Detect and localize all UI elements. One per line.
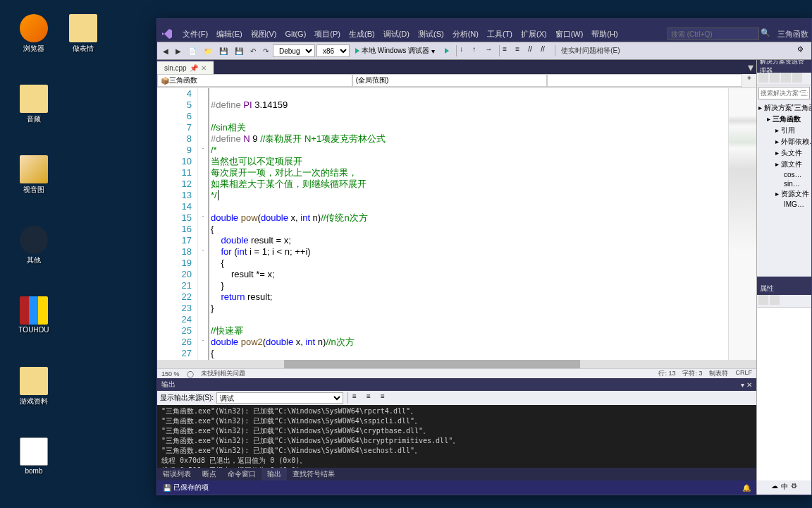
desktop-icon[interactable]: 做表情 xyxy=(62,14,104,54)
tree-node[interactable]: ▸ 解决方案"三角函数… xyxy=(758,102,810,114)
fold-column[interactable]: ---- xyxy=(198,88,208,360)
output-tab[interactable]: 查找符号结果 xyxy=(287,468,340,480)
output-tab[interactable]: 命令窗口 xyxy=(222,468,262,480)
tool-icon[interactable]: ⚙ xyxy=(797,45,808,56)
home-icon[interactable] xyxy=(758,73,768,83)
save-icon[interactable]: 💾 xyxy=(216,46,230,56)
zoom-level[interactable]: 150 % xyxy=(161,370,180,377)
tree-node[interactable]: ▸ 源文件 xyxy=(758,159,810,170)
clear-icon[interactable]: ≡ xyxy=(352,392,364,404)
fold-toggle[interactable]: - xyxy=(198,337,208,348)
ime-icon[interactable]: 中 xyxy=(781,482,788,493)
desktop-icon[interactable]: TOUHOU xyxy=(13,296,55,334)
step-icon[interactable]: ↓ xyxy=(460,45,471,56)
tree-node[interactable]: ▸ 引用 xyxy=(758,125,810,136)
desktop-icon[interactable]: 游戏资料 xyxy=(13,367,55,406)
menu-item[interactable]: 扩展(X) xyxy=(517,28,551,40)
collapse-icon[interactable] xyxy=(792,73,802,83)
menu-item[interactable]: 编辑(E) xyxy=(212,28,247,40)
indent-mode[interactable]: 制表符 xyxy=(709,369,728,378)
fold-toggle[interactable]: - xyxy=(198,212,208,224)
open-icon[interactable]: 📁 xyxy=(201,46,215,56)
file-tab[interactable]: sin.cpp 📌 ✕ xyxy=(157,61,214,74)
menu-item[interactable]: 帮助(H) xyxy=(587,28,622,40)
member-combo[interactable] xyxy=(547,74,742,87)
fold-toggle[interactable]: - xyxy=(198,246,208,258)
tab-dropdown-icon[interactable]: ▾ xyxy=(745,61,756,74)
tree-node[interactable]: ▸ 头文件 xyxy=(758,147,810,159)
tree-node[interactable]: ▸ 外部依赖… xyxy=(758,136,810,147)
ime-icon[interactable]: ⚙ xyxy=(791,482,797,493)
menu-item[interactable]: 窗口(W) xyxy=(551,28,588,40)
uncomment-icon[interactable]: // xyxy=(541,45,552,56)
fold-toggle[interactable]: - xyxy=(198,145,208,156)
titlebar[interactable] xyxy=(157,19,811,26)
minimap[interactable] xyxy=(728,88,756,360)
back-icon[interactable]: ◀ xyxy=(160,46,171,56)
solution-tree[interactable]: ▸ 解决方案"三角函数…▸ 三角函数▸ 引用▸ 外部依赖…▸ 头文件▸ 源文件c… xyxy=(757,101,811,277)
notification-icon[interactable]: 🔔 xyxy=(742,484,751,492)
platform-combo[interactable]: x86 xyxy=(316,44,350,57)
scope-combo[interactable]: 📦 三角函数 xyxy=(157,74,352,87)
output-tab[interactable]: 断点 xyxy=(197,468,222,480)
tree-node[interactable]: ▸ 三角函数 xyxy=(758,114,810,125)
goto-icon[interactable]: ≡ xyxy=(381,392,392,404)
tree-node[interactable]: IMG… xyxy=(758,200,810,209)
menu-item[interactable]: 文件(F) xyxy=(178,28,212,40)
code-content[interactable]: #define PI 3.14159//sin相关#define N 9 //泰… xyxy=(208,88,728,360)
desktop-icon[interactable]: bomb xyxy=(13,437,55,475)
desktop-icon[interactable]: 浏览器 xyxy=(13,14,55,54)
solution-explorer-tab[interactable]: 解决方案资源管理器 xyxy=(757,277,811,282)
alpha-icon[interactable] xyxy=(770,295,780,305)
menu-item[interactable]: 测试(S) xyxy=(414,28,448,40)
menu-item[interactable]: 视图(V) xyxy=(247,28,281,40)
folder-icon xyxy=(20,437,48,466)
tree-node[interactable]: sin… xyxy=(758,179,810,188)
desktop-icon[interactable]: 其他 xyxy=(13,226,55,265)
refresh-icon[interactable] xyxy=(781,73,791,83)
line-ending[interactable]: CRLF xyxy=(735,369,752,378)
horizontal-scrollbar[interactable] xyxy=(157,360,756,368)
menu-item[interactable]: 工具(T) xyxy=(483,28,517,40)
tree-node[interactable]: cos… xyxy=(758,170,810,179)
split-icon[interactable]: + xyxy=(742,74,756,87)
desktop-icon[interactable]: 音频 xyxy=(13,85,55,124)
live-share-button[interactable]: 使实时问题相等(E) xyxy=(558,44,622,57)
step-icon[interactable]: → xyxy=(485,45,496,56)
run-button[interactable]: 本地 Windows 调试器▾ xyxy=(351,44,439,57)
issues-icon[interactable]: ◯ xyxy=(187,370,194,377)
solution-search-input[interactable] xyxy=(758,87,810,99)
outdent-icon[interactable]: ≡ xyxy=(515,45,527,56)
ime-icon[interactable]: ☁ xyxy=(771,482,778,493)
sync-icon[interactable] xyxy=(770,73,780,83)
config-combo[interactable]: Debug xyxy=(273,44,315,57)
output-tab[interactable]: 输出 xyxy=(262,468,287,480)
forward-icon[interactable]: ▶ xyxy=(173,46,184,56)
search-input[interactable] xyxy=(668,28,759,40)
tree-node[interactable]: ▸ 资源文件 xyxy=(758,188,810,200)
close-icon[interactable]: ✕ xyxy=(201,64,207,72)
menu-item[interactable]: 项目(P) xyxy=(310,28,345,40)
menu-item[interactable]: 分析(N) xyxy=(448,28,483,40)
undo-icon[interactable]: ↶ xyxy=(247,46,259,56)
desktop-icon[interactable]: 视音图 xyxy=(13,155,55,195)
output-source-combo[interactable]: 调试 xyxy=(216,392,343,404)
redo-icon[interactable]: ↷ xyxy=(260,46,271,56)
save-all-icon[interactable]: 💾 xyxy=(232,46,246,56)
comment-icon[interactable]: // xyxy=(528,45,539,56)
menu-item[interactable]: 生成(B) xyxy=(345,28,379,40)
step-icon[interactable]: ↑ xyxy=(472,45,484,56)
code-editor[interactable]: 4567891011121314151617181920212223242526… xyxy=(157,88,756,360)
search-icon[interactable]: 🔍 xyxy=(761,28,772,40)
menu-item[interactable]: Git(G) xyxy=(281,28,310,40)
indent-icon[interactable]: ≡ xyxy=(503,45,514,56)
wrap-icon[interactable]: ≡ xyxy=(367,392,378,404)
func-combo[interactable]: (全局范围) xyxy=(352,74,548,87)
pin-icon[interactable]: 📌 xyxy=(190,64,198,72)
menu-item[interactable]: 调试(D) xyxy=(379,28,414,40)
run-no-debug-button[interactable] xyxy=(441,47,453,55)
output-tab[interactable]: 错误列表 xyxy=(157,468,197,480)
new-icon[interactable]: 📄 xyxy=(185,46,199,56)
categorize-icon[interactable] xyxy=(758,295,768,305)
output-text[interactable]: "三角函数.exe"(Win32): 已加载"C:\Windows\SysWOW… xyxy=(157,405,756,468)
